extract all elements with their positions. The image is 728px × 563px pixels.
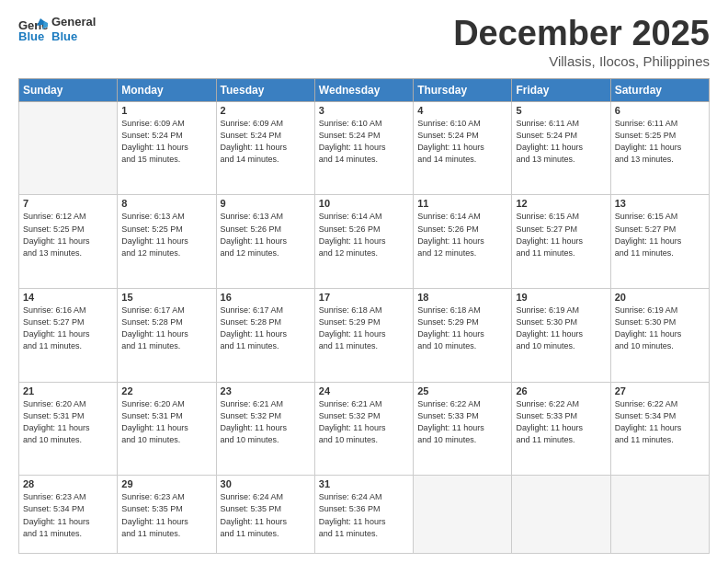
- day-info: Sunrise: 6:13 AM Sunset: 5:25 PM Dayligh…: [121, 211, 211, 259]
- day-number: 14: [23, 292, 113, 303]
- day-info: Sunrise: 6:21 AM Sunset: 5:32 PM Dayligh…: [319, 398, 409, 446]
- svg-text:Blue: Blue: [18, 29, 44, 42]
- calendar-day-cell: 11Sunrise: 6:14 AM Sunset: 5:26 PM Dayli…: [414, 195, 512, 289]
- day-number: 16: [221, 292, 311, 303]
- calendar-day-cell: 16Sunrise: 6:17 AM Sunset: 5:28 PM Dayli…: [216, 289, 314, 383]
- day-number: 13: [615, 198, 705, 209]
- weekday-header-thursday: Thursday: [414, 78, 512, 101]
- calendar-day-cell: 4Sunrise: 6:10 AM Sunset: 5:24 PM Daylig…: [414, 101, 512, 195]
- day-info: Sunrise: 6:17 AM Sunset: 5:28 PM Dayligh…: [221, 304, 311, 352]
- calendar-header-row: SundayMondayTuesdayWednesdayThursdayFrid…: [19, 78, 710, 101]
- calendar-day-cell: 10Sunrise: 6:14 AM Sunset: 5:26 PM Dayli…: [314, 195, 413, 289]
- day-number: 17: [319, 292, 409, 303]
- day-number: 18: [417, 292, 507, 303]
- logo-blue: Blue: [51, 29, 96, 44]
- day-info: Sunrise: 6:15 AM Sunset: 5:27 PM Dayligh…: [615, 211, 705, 259]
- page: General Blue General Blue December 2025 …: [0, 0, 728, 563]
- day-number: 31: [319, 478, 409, 489]
- calendar-week-row: 14Sunrise: 6:16 AM Sunset: 5:27 PM Dayli…: [19, 289, 710, 383]
- day-number: 10: [319, 198, 409, 209]
- calendar-day-cell: 22Sunrise: 6:20 AM Sunset: 5:31 PM Dayli…: [118, 382, 216, 476]
- day-number: 28: [23, 478, 113, 489]
- day-number: 6: [615, 105, 705, 116]
- calendar-day-cell: 6Sunrise: 6:11 AM Sunset: 5:25 PM Daylig…: [610, 101, 709, 195]
- header: General Blue General Blue December 2025 …: [18, 15, 710, 69]
- weekday-header-tuesday: Tuesday: [216, 78, 314, 101]
- day-info: Sunrise: 6:11 AM Sunset: 5:24 PM Dayligh…: [516, 118, 606, 166]
- day-info: Sunrise: 6:16 AM Sunset: 5:27 PM Dayligh…: [23, 304, 113, 352]
- calendar-week-row: 7Sunrise: 6:12 AM Sunset: 5:25 PM Daylig…: [19, 195, 710, 289]
- day-info: Sunrise: 6:18 AM Sunset: 5:29 PM Dayligh…: [319, 304, 409, 352]
- calendar-day-cell: 7Sunrise: 6:12 AM Sunset: 5:25 PM Daylig…: [19, 195, 118, 289]
- day-number: 1: [121, 105, 211, 116]
- day-number: 30: [221, 478, 311, 489]
- calendar-day-cell: 28Sunrise: 6:23 AM Sunset: 5:34 PM Dayli…: [19, 476, 118, 554]
- day-info: Sunrise: 6:15 AM Sunset: 5:27 PM Dayligh…: [516, 211, 606, 259]
- day-number: 25: [417, 385, 507, 396]
- weekday-header-friday: Friday: [512, 78, 610, 101]
- calendar-day-cell: 20Sunrise: 6:19 AM Sunset: 5:30 PM Dayli…: [610, 289, 709, 383]
- day-number: 7: [23, 198, 113, 209]
- calendar-day-cell: 13Sunrise: 6:15 AM Sunset: 5:27 PM Dayli…: [610, 195, 709, 289]
- day-number: 19: [516, 292, 606, 303]
- calendar-day-cell: 8Sunrise: 6:13 AM Sunset: 5:25 PM Daylig…: [118, 195, 216, 289]
- day-info: Sunrise: 6:20 AM Sunset: 5:31 PM Dayligh…: [23, 398, 113, 446]
- calendar-day-cell: 2Sunrise: 6:09 AM Sunset: 5:24 PM Daylig…: [216, 101, 314, 195]
- calendar-day-cell: 1Sunrise: 6:09 AM Sunset: 5:24 PM Daylig…: [118, 101, 216, 195]
- day-info: Sunrise: 6:22 AM Sunset: 5:34 PM Dayligh…: [615, 398, 705, 446]
- day-number: 9: [221, 198, 311, 209]
- day-info: Sunrise: 6:24 AM Sunset: 5:35 PM Dayligh…: [221, 491, 311, 539]
- day-info: Sunrise: 6:11 AM Sunset: 5:25 PM Dayligh…: [615, 118, 705, 166]
- day-number: 11: [417, 198, 507, 209]
- calendar-day-cell: 18Sunrise: 6:18 AM Sunset: 5:29 PM Dayli…: [414, 289, 512, 383]
- day-info: Sunrise: 6:10 AM Sunset: 5:24 PM Dayligh…: [417, 118, 507, 166]
- day-number: 21: [23, 385, 113, 396]
- day-info: Sunrise: 6:17 AM Sunset: 5:28 PM Dayligh…: [121, 304, 211, 352]
- calendar-day-cell: 19Sunrise: 6:19 AM Sunset: 5:30 PM Dayli…: [512, 289, 610, 383]
- title-block: December 2025 Villasis, Ilocos, Philippi…: [453, 15, 710, 69]
- day-info: Sunrise: 6:22 AM Sunset: 5:33 PM Dayligh…: [516, 398, 606, 446]
- day-number: 20: [615, 292, 705, 303]
- weekday-header-sunday: Sunday: [19, 78, 118, 101]
- day-info: Sunrise: 6:09 AM Sunset: 5:24 PM Dayligh…: [121, 118, 211, 166]
- day-number: 23: [221, 385, 311, 396]
- calendar-day-cell: [610, 476, 709, 554]
- day-info: Sunrise: 6:14 AM Sunset: 5:26 PM Dayligh…: [319, 211, 409, 259]
- calendar-week-row: 1Sunrise: 6:09 AM Sunset: 5:24 PM Daylig…: [19, 101, 710, 195]
- calendar-day-cell: 17Sunrise: 6:18 AM Sunset: 5:29 PM Dayli…: [314, 289, 413, 383]
- month-title: December 2025: [453, 15, 710, 53]
- calendar-day-cell: 14Sunrise: 6:16 AM Sunset: 5:27 PM Dayli…: [19, 289, 118, 383]
- day-info: Sunrise: 6:10 AM Sunset: 5:24 PM Dayligh…: [319, 118, 409, 166]
- calendar-day-cell: 12Sunrise: 6:15 AM Sunset: 5:27 PM Dayli…: [512, 195, 610, 289]
- calendar-day-cell: 30Sunrise: 6:24 AM Sunset: 5:35 PM Dayli…: [216, 476, 314, 554]
- day-info: Sunrise: 6:24 AM Sunset: 5:36 PM Dayligh…: [319, 491, 409, 539]
- calendar-day-cell: 31Sunrise: 6:24 AM Sunset: 5:36 PM Dayli…: [314, 476, 413, 554]
- day-number: 8: [121, 198, 211, 209]
- day-info: Sunrise: 6:13 AM Sunset: 5:26 PM Dayligh…: [221, 211, 311, 259]
- logo-icon: General Blue: [18, 17, 48, 42]
- calendar-day-cell: 3Sunrise: 6:10 AM Sunset: 5:24 PM Daylig…: [314, 101, 413, 195]
- location-subtitle: Villasis, Ilocos, Philippines: [453, 53, 710, 69]
- calendar-day-cell: 27Sunrise: 6:22 AM Sunset: 5:34 PM Dayli…: [610, 382, 709, 476]
- day-info: Sunrise: 6:23 AM Sunset: 5:34 PM Dayligh…: [23, 491, 113, 539]
- logo-general: General: [51, 15, 96, 29]
- day-number: 12: [516, 198, 606, 209]
- day-number: 4: [417, 105, 507, 116]
- calendar-day-cell: 29Sunrise: 6:23 AM Sunset: 5:35 PM Dayli…: [118, 476, 216, 554]
- calendar-day-cell: 23Sunrise: 6:21 AM Sunset: 5:32 PM Dayli…: [216, 382, 314, 476]
- day-info: Sunrise: 6:19 AM Sunset: 5:30 PM Dayligh…: [516, 304, 606, 352]
- calendar-day-cell: [512, 476, 610, 554]
- calendar-day-cell: 25Sunrise: 6:22 AM Sunset: 5:33 PM Dayli…: [414, 382, 512, 476]
- calendar-table: SundayMondayTuesdayWednesdayThursdayFrid…: [18, 78, 710, 554]
- logo: General Blue General Blue: [18, 15, 96, 43]
- calendar-day-cell: [19, 101, 118, 195]
- day-number: 26: [516, 385, 606, 396]
- day-number: 29: [121, 478, 211, 489]
- day-info: Sunrise: 6:09 AM Sunset: 5:24 PM Dayligh…: [221, 118, 311, 166]
- day-info: Sunrise: 6:23 AM Sunset: 5:35 PM Dayligh…: [121, 491, 211, 539]
- day-info: Sunrise: 6:22 AM Sunset: 5:33 PM Dayligh…: [417, 398, 507, 446]
- weekday-header-monday: Monday: [118, 78, 216, 101]
- calendar-day-cell: 9Sunrise: 6:13 AM Sunset: 5:26 PM Daylig…: [216, 195, 314, 289]
- calendar-day-cell: 15Sunrise: 6:17 AM Sunset: 5:28 PM Dayli…: [118, 289, 216, 383]
- day-info: Sunrise: 6:12 AM Sunset: 5:25 PM Dayligh…: [23, 211, 113, 259]
